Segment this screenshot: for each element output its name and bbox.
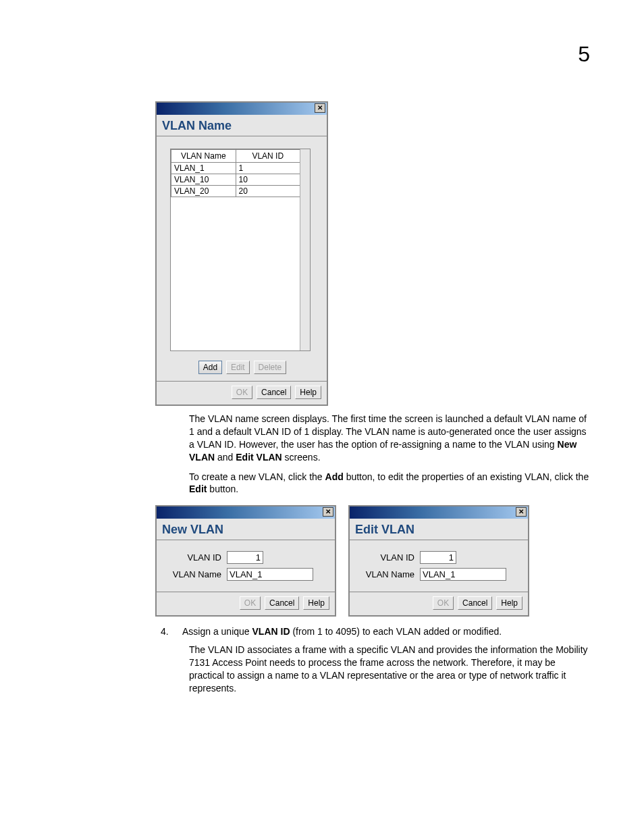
step-number: 4. [149,626,182,637]
ok-button[interactable]: OK [433,596,454,610]
vlan-id-input[interactable] [227,551,263,564]
close-icon[interactable]: ✕ [323,507,333,517]
dialog-title: New VLAN [157,519,335,540]
text: Assign a unique [182,626,252,637]
cell-name: VLAN_10 [171,174,236,186]
vlan-table[interactable]: VLAN Name VLAN ID VLAN_1 1 VLAN_10 [170,149,311,351]
close-icon[interactable]: ✕ [315,103,325,113]
new-vlan-dialog: ✕ New VLAN VLAN ID VLAN Name OK Cancel [155,505,336,617]
text: button. [207,484,238,494]
text-bold: VLAN ID [252,626,290,637]
vlan-name-input[interactable] [420,568,506,581]
cancel-button[interactable]: Cancel [257,386,291,399]
add-button[interactable]: Add [198,361,222,374]
dialog-title: VLAN Name [157,115,327,136]
cell-id: 1 [236,163,300,174]
text-bold: Edit VLAN [236,452,281,463]
text: button, to edit the properties of an exi… [344,471,589,482]
para1: The VLAN name screen displays. The first… [189,413,590,464]
cell-id: 20 [236,186,300,197]
edit-button[interactable]: Edit [226,361,250,374]
cell-name: VLAN_20 [171,186,236,197]
text-bold: Edit [189,484,207,494]
edit-vlan-dialog: ✕ Edit VLAN VLAN ID VLAN Name OK Cancel [348,505,529,617]
step-text: Assign a unique VLAN ID (from 1 to 4095)… [182,626,502,637]
table-row[interactable]: VLAN_20 20 [171,186,300,197]
vlan-name-input[interactable] [227,568,313,581]
col-header-name: VLAN Name [171,150,236,163]
text: To create a new VLAN, click the [189,471,325,482]
col-header-id: VLAN ID [236,150,300,163]
para2: To create a new VLAN, click the Add butt… [189,471,590,496]
cell-name: VLAN_1 [171,163,236,174]
vlan-id-input[interactable] [420,551,456,564]
cancel-button[interactable]: Cancel [265,596,299,610]
vlan-name-label: VLAN Name [166,569,227,579]
vlan-name-label: VLAN Name [359,569,420,579]
delete-button[interactable]: Delete [254,361,287,374]
help-button[interactable]: Help [303,596,329,610]
text: (from 1 to 4095) to each VLAN added or m… [290,626,502,637]
titlebar: ✕ [350,506,528,519]
vlan-id-label: VLAN ID [359,552,420,563]
close-icon[interactable]: ✕ [516,507,527,517]
page-number: 5 [578,42,590,67]
text: and [215,452,236,463]
titlebar: ✕ [157,103,327,115]
ok-button[interactable]: OK [232,386,252,399]
vlan-name-dialog: ✕ VLAN Name VLAN Name VLAN ID [155,101,328,406]
table-header-row: VLAN Name VLAN ID [171,150,300,163]
cancel-button[interactable]: Cancel [458,596,492,610]
cell-id: 10 [236,174,300,186]
dialog-title: Edit VLAN [350,519,528,540]
help-button[interactable]: Help [295,386,321,399]
table-row[interactable]: VLAN_1 1 [171,163,300,174]
table-row[interactable]: VLAN_10 10 [171,174,300,186]
text: The VLAN name screen displays. The first… [189,413,587,450]
step-4: 4. Assign a unique VLAN ID (from 1 to 40… [149,626,603,637]
para3: The VLAN ID associates a frame with a sp… [189,644,590,695]
text: screens. [282,452,321,463]
titlebar: ✕ [157,506,335,519]
help-button[interactable]: Help [496,596,522,610]
ok-button[interactable]: OK [240,596,261,610]
text-bold: Add [325,471,344,482]
vlan-id-label: VLAN ID [166,552,227,563]
